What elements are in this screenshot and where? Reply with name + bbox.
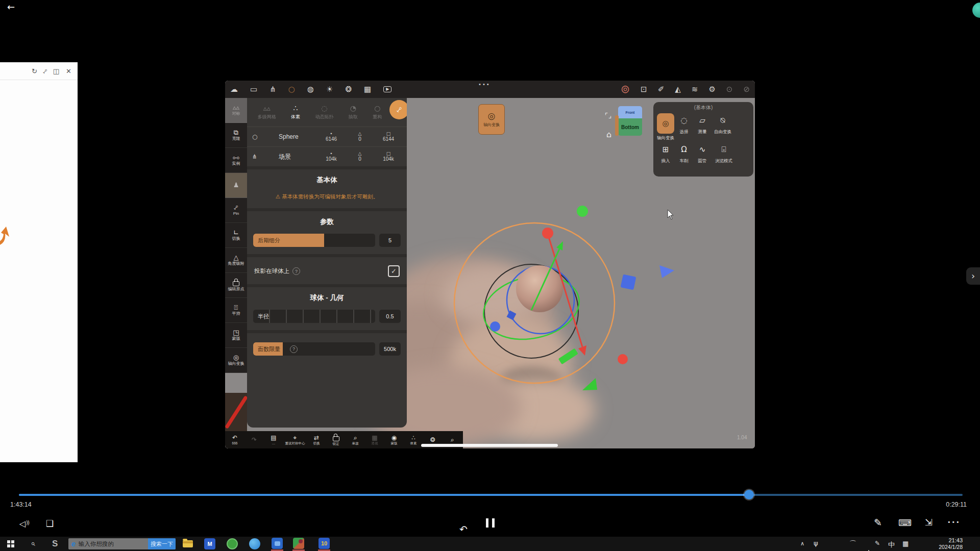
files-icon[interactable]: ▭ <box>250 86 257 93</box>
sphere-primitive[interactable] <box>516 265 563 312</box>
pause-button[interactable] <box>486 518 495 528</box>
lock-button[interactable]: 锁定 <box>326 434 346 445</box>
disabled-tool-icon[interactable]: ⊘ <box>743 86 750 93</box>
tab-multires[interactable]: ▵▵ 多级网格 <box>258 105 276 120</box>
refresh-icon[interactable]: ↻ <box>32 68 37 74</box>
strip-item-mask[interactable]: ◳ 蒙版 <box>225 323 247 348</box>
subdivision-value[interactable]: 5 <box>379 234 401 247</box>
browser-app-icon[interactable] <box>249 538 260 549</box>
scene-graph-icon[interactable]: ⋔ <box>270 86 276 93</box>
ime-chinese-indicator[interactable]: 中 <box>888 540 895 549</box>
file-explorer-icon[interactable] <box>183 540 193 547</box>
tool-lathe[interactable]: Ω 车削 <box>675 142 693 164</box>
strip-item-switch[interactable]: ∟ 切换 <box>225 223 247 248</box>
close-icon[interactable]: ✕ <box>66 68 71 74</box>
strip-item-instance[interactable]: ⧟ 实例 <box>225 148 247 173</box>
tool-select[interactable]: ◌ 选择 <box>675 113 693 141</box>
frame-view-icon[interactable]: ⌜⌟ <box>605 112 612 119</box>
strip-item-edit-origin[interactable]: 编辑原点 <box>225 273 247 298</box>
project-checkbox[interactable]: ✓ <box>388 265 400 277</box>
taskbar-clock[interactable]: 21:43 2024/1/28 <box>923 537 963 550</box>
camera-video-icon[interactable]: ▶ <box>383 86 391 92</box>
tool-measure[interactable]: ▱ 测量 <box>693 113 712 141</box>
background-icon[interactable]: ○ <box>288 86 295 93</box>
image-icon[interactable]: ▦ <box>364 86 371 93</box>
object-row-scene[interactable]: ⋔ 场景 •104k △0 □104k <box>247 146 407 166</box>
matcap-icon[interactable]: ◍ <box>307 86 314 93</box>
exit-fullscreen-button[interactable]: ⇲ <box>925 518 933 527</box>
annotate-pencil-button[interactable]: ✎ <box>874 518 882 528</box>
tool-gizmo[interactable]: ◎ 轴向变换 <box>656 113 675 141</box>
redo-button[interactable]: ↷ <box>244 437 264 443</box>
gizmo-floating-button[interactable]: ◎ 轴向变换 <box>478 104 505 135</box>
facelimit-slider[interactable]: 面数限量 ? <box>253 342 375 356</box>
tool-free-transform[interactable]: ⍉ 自由变换 <box>712 113 734 141</box>
undo-button[interactable]: ↶666 <box>225 435 244 445</box>
volume-button[interactable]: ◁ <box>19 520 26 528</box>
ime-grid-icon[interactable]: ▦ <box>902 540 909 547</box>
voxel-button[interactable]: ∴体素 <box>404 435 423 445</box>
start-button[interactable] <box>7 540 14 547</box>
tool-insert[interactable]: ⊞ 插入 <box>656 142 675 164</box>
settings-gear-icon[interactable]: ⚙ <box>708 86 715 93</box>
gizmo-handle-blue-sphere[interactable] <box>490 321 500 332</box>
tool-view-mode[interactable]: ⌻ 浏览模式 <box>712 142 736 164</box>
strip-item-angle-snap[interactable]: △ 角度吸附 <box>225 248 247 273</box>
view-cube-top-face[interactable]: Front <box>618 106 642 118</box>
reset-symmetry-center-button[interactable]: ⌖重设对称中心 <box>283 435 307 445</box>
back-button[interactable]: ← <box>7 3 15 12</box>
strip-item-pose[interactable]: ♟ <box>225 173 247 198</box>
view-cube[interactable]: Front Bottom <box>618 106 642 136</box>
tab-decimate[interactable]: ◔ 抽取 <box>349 105 358 120</box>
split-window-icon[interactable]: ◫ <box>53 68 59 74</box>
tray-wifi-icon[interactable]: ⌒ <box>849 540 856 547</box>
search-go-button[interactable]: 搜索一下 <box>148 538 176 549</box>
facelimit-value[interactable]: 500k <box>379 342 401 356</box>
record-turntable-icon[interactable]: ⊚ <box>621 84 630 95</box>
gizmo-handle-red-sphere-2[interactable] <box>618 354 628 364</box>
home-view-icon[interactable]: ⌂ <box>606 131 611 139</box>
floating-widget-dot[interactable] <box>972 3 980 18</box>
symmetry-icon[interactable]: ◭ <box>675 86 681 93</box>
strip-item-clone[interactable]: ⧉ 克隆 <box>225 123 247 148</box>
slide-out-handle[interactable]: › <box>966 267 980 285</box>
tab-remesh[interactable]: ○ 重构 <box>373 105 382 120</box>
tray-chevron-up-icon[interactable]: ∧ <box>800 541 804 546</box>
tray-pen-icon[interactable]: ✎ <box>875 540 880 546</box>
history-button[interactable]: ▤… <box>264 435 283 445</box>
more-options-button[interactable]: ••• <box>947 519 960 525</box>
radius-slider[interactable]: 半径 <box>253 310 375 323</box>
progress-knob[interactable] <box>744 490 754 499</box>
taskbar-search-box[interactable]: e 输入你想搜的 搜索一下 <box>68 538 176 549</box>
active-app-icon-1[interactable] <box>272 538 283 549</box>
gizmo-handle-blue-cube[interactable] <box>621 274 636 290</box>
material-wheel-button[interactable]: ❂ <box>423 437 443 443</box>
strip-item-smooth[interactable]: ⍐ 平滑 <box>225 298 247 323</box>
perspective-button[interactable]: ▦透视 <box>365 435 384 445</box>
tab-dyntopo[interactable]: ◌ 动态拓扑 <box>315 105 333 120</box>
danmaku-button[interactable]: ❑ <box>46 519 54 528</box>
expand-view-icon[interactable]: ⊡ <box>641 86 647 93</box>
toolbar-scroll-slider[interactable] <box>421 444 558 447</box>
radius-value[interactable]: 0.5 <box>379 310 401 323</box>
panel-pin-button[interactable]: ⟟ <box>389 100 407 119</box>
view-cube-front-face[interactable]: Bottom <box>618 118 642 136</box>
layers-icon[interactable]: ≋ <box>692 86 698 93</box>
zoom-face-button[interactable]: ⌕ <box>443 437 462 443</box>
strip-item-pin[interactable]: ⟟ Pin <box>225 198 247 223</box>
taskbar-search-icon[interactable]: ⌕ <box>29 541 37 545</box>
gizmo-handle-green-sphere[interactable] <box>577 206 588 217</box>
tool-tube[interactable]: ∿ 圆管 <box>693 142 712 164</box>
strip-item-symmetry[interactable]: ▵▵ 对称 <box>225 98 247 123</box>
tab-voxel[interactable]: ∴ 体素 <box>291 105 300 120</box>
switch-camera-button[interactable]: ⇄切换 <box>307 435 326 445</box>
lighting-icon[interactable]: ☀ <box>326 86 333 93</box>
material-wheel-icon[interactable]: ❂ <box>345 86 352 93</box>
subdivision-slider[interactable]: 后期细分 <box>253 234 375 247</box>
subtitle-settings-button[interactable]: ⌨ <box>898 518 912 528</box>
debug-icon[interactable]: ⊙ <box>726 86 733 93</box>
s-browser-icon[interactable]: S <box>52 539 58 549</box>
mask-view-button[interactable]: ◉蒙版 <box>384 435 404 445</box>
help-icon[interactable]: ? <box>290 345 298 353</box>
stroke-preview[interactable] <box>225 393 247 431</box>
